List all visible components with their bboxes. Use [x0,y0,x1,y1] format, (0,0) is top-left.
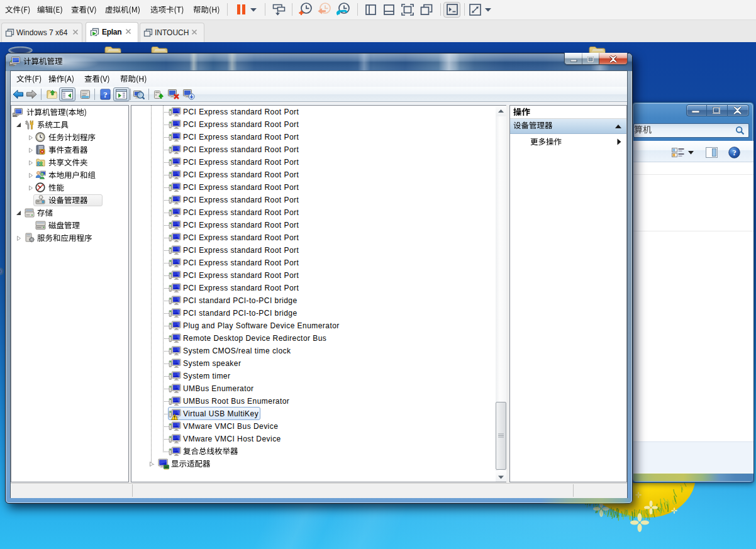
svg-text:?: ? [103,90,108,99]
svg-text:?: ? [732,148,736,157]
